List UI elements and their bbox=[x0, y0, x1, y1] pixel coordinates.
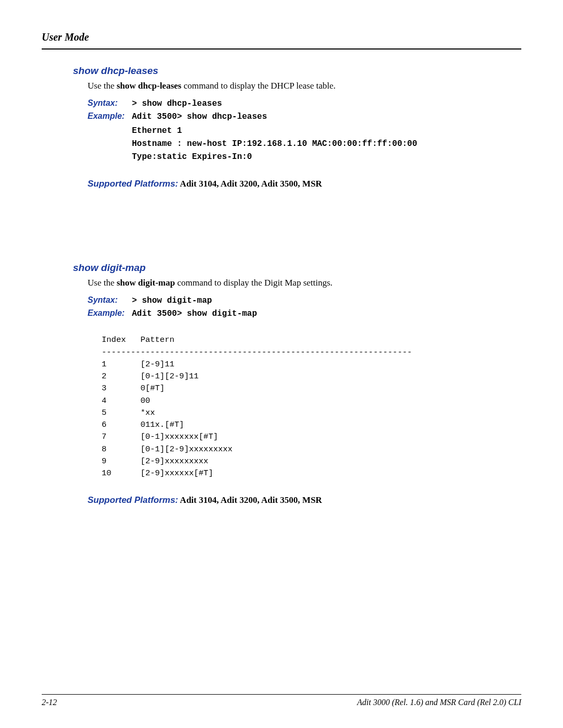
page-section-header: User Mode bbox=[42, 31, 521, 43]
section-dhcp-leases: show dhcp-leases Use the show dhcp-lease… bbox=[73, 65, 500, 189]
syntax-cmd: > show dhcp-leases bbox=[132, 99, 222, 108]
example-label: Example: bbox=[88, 309, 132, 318]
example-output-dhcp: Ethernet 1 Hostname : new-host IP:192.16… bbox=[132, 125, 500, 163]
description-digitmap: Use the show digit-map command to displa… bbox=[88, 278, 500, 288]
supported-platforms-dhcp: Supported Platforms: Adit 3104, Adit 320… bbox=[88, 179, 500, 189]
footer-divider bbox=[42, 694, 521, 695]
desc-post: command to display the Digit Map setting… bbox=[175, 278, 333, 288]
main-content: show dhcp-leases Use the show dhcp-lease… bbox=[73, 65, 500, 505]
syntax-row-dhcp: Syntax:> show dhcp-leases bbox=[88, 98, 500, 108]
syntax-label: Syntax: bbox=[88, 98, 132, 108]
supported-label: Supported Platforms: bbox=[88, 179, 178, 189]
page-number: 2-12 bbox=[42, 698, 57, 707]
example-label: Example: bbox=[88, 112, 132, 121]
description-dhcp: Use the show dhcp-leases command to disp… bbox=[88, 81, 500, 91]
supported-platforms-digitmap: Supported Platforms: Adit 3104, Adit 320… bbox=[88, 495, 500, 505]
syntax-label: Syntax: bbox=[88, 295, 132, 305]
desc-cmd: show digit-map bbox=[117, 278, 175, 288]
footer-row: 2-12 Adit 3000 (Rel. 1.6) and MSR Card (… bbox=[42, 698, 521, 707]
desc-cmd: show dhcp-leases bbox=[117, 81, 181, 91]
header-divider bbox=[42, 48, 521, 50]
supported-value: Adit 3104, Adit 3200, Adit 3500, MSR bbox=[178, 495, 322, 505]
example-row-digitmap: Example:Adit 3500> show digit-map bbox=[88, 309, 500, 318]
page-footer: 2-12 Adit 3000 (Rel. 1.6) and MSR Card (… bbox=[42, 690, 521, 708]
supported-value: Adit 3104, Adit 3200, Adit 3500, MSR bbox=[178, 179, 322, 189]
syntax-cmd: > show digit-map bbox=[132, 296, 212, 305]
desc-pre: Use the bbox=[88, 278, 117, 288]
command-title-dhcp: show dhcp-leases bbox=[73, 65, 500, 77]
digit-map-table: Index Pattern --------------------------… bbox=[102, 334, 500, 479]
example-cmd: Adit 3500> show digit-map bbox=[132, 309, 257, 318]
example-cmd: Adit 3500> show dhcp-leases bbox=[132, 112, 267, 121]
document-title: Adit 3000 (Rel. 1.6) and MSR Card (Rel 2… bbox=[357, 698, 521, 707]
desc-pre: Use the bbox=[88, 81, 117, 91]
supported-label: Supported Platforms: bbox=[88, 495, 178, 505]
command-title-digitmap: show digit-map bbox=[73, 262, 500, 274]
syntax-row-digitmap: Syntax:> show digit-map bbox=[88, 295, 500, 305]
section-digit-map: show digit-map Use the show digit-map co… bbox=[73, 262, 500, 505]
desc-post: command to display the DHCP lease table. bbox=[181, 81, 336, 91]
example-row-dhcp: Example:Adit 3500> show dhcp-leases bbox=[88, 112, 500, 121]
